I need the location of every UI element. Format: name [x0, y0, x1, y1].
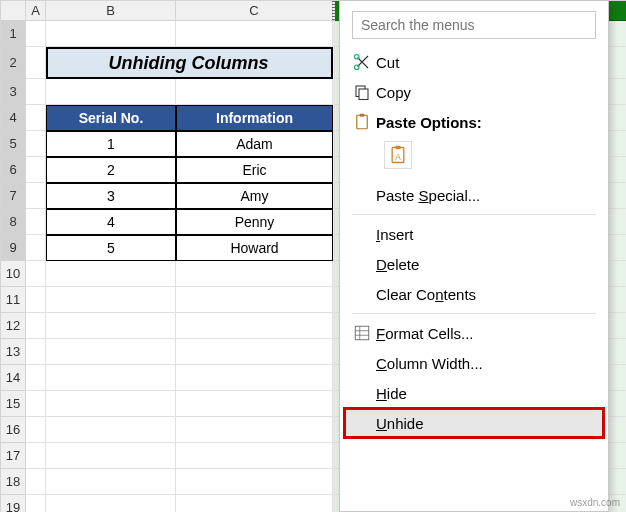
cell-r12-c1[interactable]: [46, 313, 176, 339]
table-cell-info[interactable]: Howard: [176, 235, 333, 261]
cell-r13-c1[interactable]: [46, 339, 176, 365]
cell-r12-c2[interactable]: [176, 313, 333, 339]
cell-r19-c2[interactable]: [176, 495, 333, 512]
menu-paste-special[interactable]: Paste Special...: [344, 180, 604, 210]
table-cell-serial[interactable]: 4: [46, 209, 176, 235]
cell-r14-c1[interactable]: [46, 365, 176, 391]
cell-r5-c0[interactable]: [26, 131, 46, 157]
table-cell-serial[interactable]: 3: [46, 183, 176, 209]
cell-r2-c0[interactable]: [26, 47, 46, 79]
table-cell-info[interactable]: Amy: [176, 183, 333, 209]
cell-r11-c1[interactable]: [46, 287, 176, 313]
cell-r8-c0[interactable]: [26, 209, 46, 235]
cell-r1-c1[interactable]: [46, 21, 176, 47]
cell-r10-c2[interactable]: [176, 261, 333, 287]
menu-format-cells[interactable]: Format Cells...: [344, 318, 604, 348]
menu-copy[interactable]: Copy: [344, 77, 604, 107]
format-cells-icon: [348, 324, 376, 342]
cell-r3-c1[interactable]: [46, 79, 176, 105]
menu-separator: [352, 214, 596, 215]
menu-label: Clear Contents: [376, 286, 596, 303]
col-header-A[interactable]: A: [26, 1, 46, 21]
cell-r7-c0[interactable]: [26, 183, 46, 209]
cell-r9-c0[interactable]: [26, 235, 46, 261]
cell-r18-c1[interactable]: [46, 469, 176, 495]
cell-r10-c1[interactable]: [46, 261, 176, 287]
row-header-17[interactable]: 17: [1, 443, 26, 469]
menu-label: Paste Special...: [376, 187, 596, 204]
row-header-12[interactable]: 12: [1, 313, 26, 339]
svg-rect-9: [355, 326, 369, 340]
cell-r19-c0[interactable]: [26, 495, 46, 512]
row-header-8[interactable]: 8: [1, 209, 26, 235]
cell-r17-c0[interactable]: [26, 443, 46, 469]
row-header-16[interactable]: 16: [1, 417, 26, 443]
menu-paste-options: Paste Options:: [344, 107, 604, 137]
menu-column-width[interactable]: Column Width...: [344, 348, 604, 378]
cell-r1-c2[interactable]: [176, 21, 333, 47]
table-cell-info[interactable]: Adam: [176, 131, 333, 157]
cell-r17-c1[interactable]: [46, 443, 176, 469]
menu-hide[interactable]: Hide: [344, 378, 604, 408]
cell-r19-c1[interactable]: [46, 495, 176, 512]
table-cell-serial[interactable]: 1: [46, 131, 176, 157]
row-header-2[interactable]: 2: [1, 47, 26, 79]
table-cell-serial[interactable]: 5: [46, 235, 176, 261]
cell-r18-c0[interactable]: [26, 469, 46, 495]
row-header-15[interactable]: 15: [1, 391, 26, 417]
cell-r16-c1[interactable]: [46, 417, 176, 443]
menu-label: Delete: [376, 256, 596, 273]
cell-r2-c2[interactable]: Unhiding Columns: [176, 47, 333, 79]
menu-unhide[interactable]: Unhide: [344, 408, 604, 438]
row-header-3[interactable]: 3: [1, 79, 26, 105]
cell-r16-c0[interactable]: [26, 417, 46, 443]
table-cell-serial[interactable]: 2: [46, 157, 176, 183]
table-header-serial[interactable]: Serial No.: [46, 105, 176, 131]
cell-r13-c0[interactable]: [26, 339, 46, 365]
cell-r6-c0[interactable]: [26, 157, 46, 183]
cell-r4-c0[interactable]: [26, 105, 46, 131]
menu-delete[interactable]: Delete: [344, 249, 604, 279]
table-header-info[interactable]: Information: [176, 105, 333, 131]
cell-r1-c0[interactable]: [26, 21, 46, 47]
cell-r3-c0[interactable]: [26, 79, 46, 105]
row-header-18[interactable]: 18: [1, 469, 26, 495]
row-header-6[interactable]: 6: [1, 157, 26, 183]
row-header-5[interactable]: 5: [1, 131, 26, 157]
cell-r15-c0[interactable]: [26, 391, 46, 417]
cell-r17-c2[interactable]: [176, 443, 333, 469]
menu-clear-contents[interactable]: Clear Contents: [344, 279, 604, 309]
cell-r14-c2[interactable]: [176, 365, 333, 391]
row-header-13[interactable]: 13: [1, 339, 26, 365]
row-header-7[interactable]: 7: [1, 183, 26, 209]
menu-cut[interactable]: Cut: [344, 47, 604, 77]
row-header-14[interactable]: 14: [1, 365, 26, 391]
cell-r11-c2[interactable]: [176, 287, 333, 313]
row-header-10[interactable]: 10: [1, 261, 26, 287]
cell-r16-c2[interactable]: [176, 417, 333, 443]
paste-keep-formatting-icon[interactable]: A: [384, 141, 412, 169]
col-header-B[interactable]: B: [46, 1, 176, 21]
context-menu: Search the menus Cut Copy Paste Options:…: [339, 0, 609, 512]
row-header-11[interactable]: 11: [1, 287, 26, 313]
cell-r13-c2[interactable]: [176, 339, 333, 365]
row-header-1[interactable]: 1: [1, 21, 26, 47]
cell-r15-c2[interactable]: [176, 391, 333, 417]
cell-r18-c2[interactable]: [176, 469, 333, 495]
row-header-19[interactable]: 19: [1, 495, 26, 512]
row-header-4[interactable]: 4: [1, 105, 26, 131]
cell-r11-c0[interactable]: [26, 287, 46, 313]
cell-r12-c0[interactable]: [26, 313, 46, 339]
menu-label: Paste Options:: [376, 114, 596, 131]
table-cell-info[interactable]: Penny: [176, 209, 333, 235]
corner-select-all[interactable]: [1, 1, 26, 21]
cell-r10-c0[interactable]: [26, 261, 46, 287]
row-header-9[interactable]: 9: [1, 235, 26, 261]
cell-r14-c0[interactable]: [26, 365, 46, 391]
col-header-C[interactable]: C: [176, 1, 333, 21]
cell-r3-c2[interactable]: [176, 79, 333, 105]
menu-search-input[interactable]: Search the menus: [352, 11, 596, 39]
cell-r15-c1[interactable]: [46, 391, 176, 417]
table-cell-info[interactable]: Eric: [176, 157, 333, 183]
menu-insert[interactable]: Insert: [344, 219, 604, 249]
